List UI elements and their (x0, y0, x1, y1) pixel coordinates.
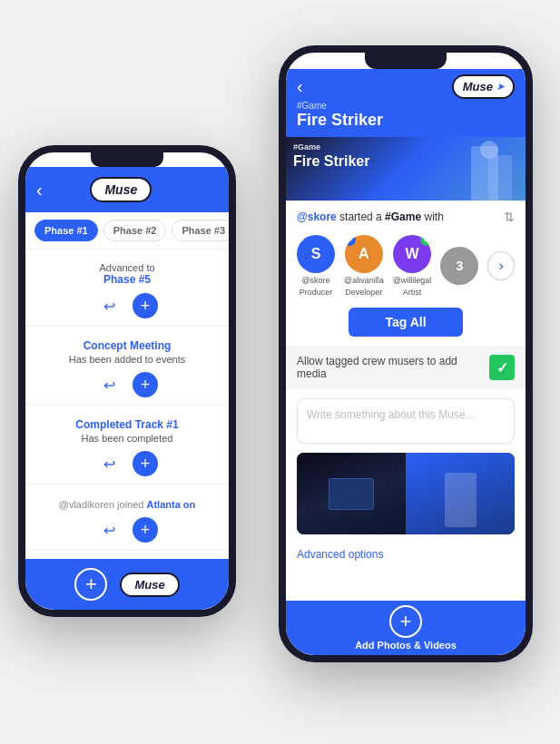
right-phone: ‹ Muse ➤ #Game Fire Striker #Game Fire S… (279, 45, 533, 662)
footer-muse-logo[interactable]: Muse (120, 573, 179, 597)
meeting-title: Concept Meeting (38, 339, 216, 352)
left-phone: ‹ Muse Phase #1 Phase #2 Phase #3 Advanc… (18, 145, 236, 617)
feed-item-meeting: Concept Meeting Has been added to events… (25, 327, 229, 406)
crew-arrow-button[interactable]: › (487, 251, 515, 280)
phase-tab-2[interactable]: Phase #2 (103, 220, 167, 241)
plus-button-3[interactable]: + (133, 451, 158, 476)
feed-item-track: Completed Track #1 Has been completed ↩ … (25, 406, 229, 485)
left-back-button[interactable]: ‹ (36, 180, 43, 201)
left-header: ‹ Muse (25, 167, 229, 212)
plus-button-4[interactable]: + (133, 517, 158, 543)
crew-member-skore: + S @skore Producer (297, 235, 335, 297)
reply-button-1[interactable]: ↩ (96, 293, 122, 318)
right-notch (365, 53, 447, 69)
handle-willilegal: @willilegal (393, 276, 432, 285)
right-back-button[interactable]: ‹ (297, 76, 303, 97)
media-preview (297, 453, 515, 534)
right-muse-logo[interactable]: Muse ➤ (452, 74, 515, 99)
left-footer: + Muse (25, 559, 229, 610)
reply-button-3[interactable]: ↩ (96, 451, 122, 476)
feed-actions-1: ↩ + (38, 293, 216, 318)
allow-checkbox[interactable]: ✓ (489, 355, 515, 380)
started-row: @skore started a #Game with ⇅ (286, 201, 526, 231)
phase-tab-3[interactable]: Phase #3 (172, 220, 235, 241)
advanced-options-link[interactable]: Advanced options (297, 548, 383, 561)
plus-badge-skore: + (297, 235, 308, 246)
footer-plus-button[interactable]: + (74, 568, 107, 601)
reply-button-4[interactable]: ↩ (96, 517, 122, 543)
left-muse-logo[interactable]: Muse (90, 177, 152, 202)
right-header: ‹ Muse ➤ #Game Fire Striker (286, 69, 526, 137)
handle-skore: @skore (301, 276, 329, 285)
right-content: @skore started a #Game with ⇅ + S @skore… (286, 201, 526, 640)
role-willilegal: Artist (403, 288, 422, 297)
meeting-sub: Has been added to events (38, 354, 216, 365)
role-alivanilla: Developer (345, 288, 382, 297)
feed-area: Advanced to Phase #5 ↩ + Concept Meeting… (25, 250, 229, 598)
advanced-to-label: Advanced to (38, 262, 216, 273)
feed-item-join: @vladikoren joined Atlanta on ↩ + (25, 485, 229, 551)
plus-button-2[interactable]: + (133, 372, 158, 397)
check-badge-willilegal: ✓ (420, 235, 431, 246)
left-notch (91, 152, 163, 167)
crew-member-willilegal: ✓ W @willilegal Artist (393, 235, 432, 297)
right-footer: + Add Photos & Videos (286, 601, 526, 655)
crew-row: + S @skore Producer + A @alivanilla Deve… (286, 231, 526, 304)
feed-actions-4: ↩ + (38, 517, 216, 543)
phase-tab-1[interactable]: Phase #1 (34, 220, 98, 241)
write-area[interactable]: Write something about this Muse… (297, 398, 515, 444)
media-left (297, 453, 406, 534)
banner-tag: #Game (293, 142, 320, 152)
right-header-title: Fire Striker (297, 111, 515, 130)
phase-tabs: Phase #1 Phase #2 Phase #3 (25, 212, 229, 250)
feed-actions-3: ↩ + (38, 451, 216, 476)
reply-button-2[interactable]: ↩ (96, 372, 122, 397)
tag-all-button[interactable]: Tag All (349, 308, 462, 337)
media-right (406, 453, 515, 534)
add-plus-button[interactable]: + (389, 605, 422, 638)
allow-text: Allow tagged crew musers to add media (297, 355, 489, 380)
plus-button-1[interactable]: + (133, 293, 158, 318)
banner-title: Fire Striker (293, 153, 369, 170)
avatar-alivanilla: + A (345, 235, 383, 273)
advanced-options-row: Advanced options (286, 542, 526, 569)
right-banner: #Game Fire Striker (286, 137, 526, 201)
role-skore: Producer (300, 288, 333, 297)
phase-advance-title: Phase #5 (38, 273, 216, 286)
add-photos-label: Add Photos & Videos (355, 640, 457, 651)
plus-badge-alivanilla: + (345, 235, 356, 246)
crew-member-extra: 3 (440, 247, 478, 285)
allow-row: Allow tagged crew musers to add media ✓ (286, 346, 526, 389)
avatar-skore: + S (297, 235, 335, 273)
crew-member-alivanilla: + A @alivanilla Developer (344, 235, 384, 297)
started-text: @skore started a #Game with (297, 210, 444, 223)
avatar-extra: 3 (440, 247, 478, 285)
join-text: @vladikoren joined Atlanta on (38, 499, 216, 510)
handle-alivanilla: @alivanilla (344, 276, 384, 285)
right-header-sub: #Game (297, 101, 515, 111)
track-sub: Has been completed (38, 433, 216, 444)
sort-icon: ⇅ (504, 210, 515, 224)
track-title: Completed Track #1 (38, 418, 216, 431)
feed-actions-2: ↩ + (38, 372, 216, 397)
avatar-willilegal: ✓ W (393, 235, 431, 273)
feed-item-phase-advance: Advanced to Phase #5 ↩ + (25, 250, 229, 327)
